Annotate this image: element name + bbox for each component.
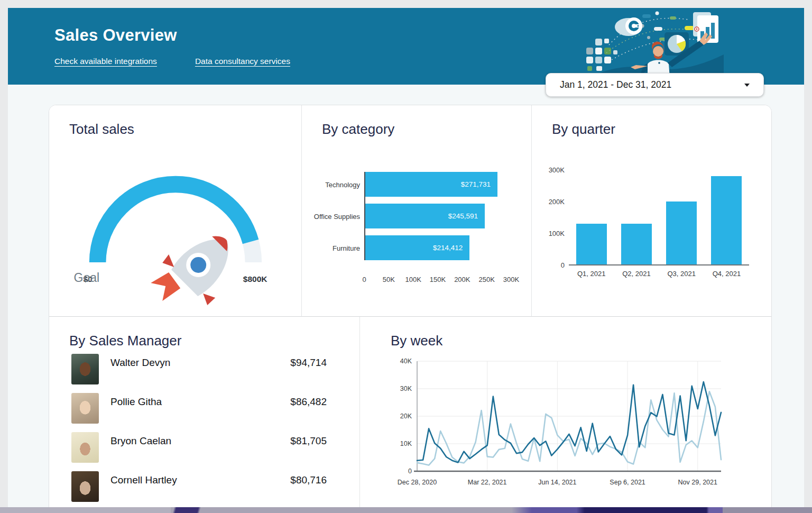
y-axis-tick: 200K: [532, 198, 565, 206]
card-title-by-category: By category: [322, 121, 394, 138]
svg-text:Nov 29, 2021: Nov 29, 2021: [678, 479, 717, 486]
quarter-bar: [711, 176, 742, 264]
manager-row: Bryon Caelan$81,705: [71, 432, 327, 471]
category-bar: $214,412: [365, 235, 469, 260]
category-bar-row: Furniture$214,412: [365, 235, 511, 260]
manager-row: Cornell Hartley$80,716: [71, 471, 327, 510]
manager-name: Bryon Caelan: [110, 432, 171, 447]
avatar-photo: [71, 354, 99, 384]
svg-text:0: 0: [408, 468, 412, 475]
manager-row: Walter Devyn$94,714: [71, 354, 327, 393]
quarter-bar-slot: [569, 224, 614, 264]
quarter-bar: [621, 224, 652, 264]
category-bar-row: Office Supplies$245,591: [365, 204, 511, 228]
connector-logo-icon: [615, 17, 642, 36]
dashboard-window: Sales Overview Check available integrati…: [8, 8, 804, 513]
card-title-by-sales-manager: By Sales Manager: [69, 333, 181, 349]
x-axis-tick: 300K: [503, 276, 519, 283]
manager-value: $86,482: [290, 393, 327, 408]
quarter-bar-slot: [614, 224, 659, 264]
card-total-sales: Total sales Goal: [49, 105, 302, 317]
svg-text:40K: 40K: [400, 358, 412, 365]
manager-row: Pollie Githa$86,482: [71, 393, 327, 432]
x-axis-tick: Q4, 2021: [704, 270, 749, 278]
date-range-value: Jan 1, 2021 - Dec 31, 2021: [560, 79, 671, 90]
category-label: Furniture: [302, 244, 360, 252]
sales-manager-list: Walter Devyn$94,714Pollie Githa$86,482Br…: [71, 354, 327, 510]
link-data-consultancy[interactable]: Data consultancy services: [195, 57, 290, 66]
x-axis-tick: 150K: [430, 276, 446, 283]
category-bar: $271,731: [365, 172, 497, 197]
category-bar-value: $271,731: [461, 180, 491, 188]
category-label: Technology: [302, 180, 360, 188]
y-axis-tick: 0: [532, 261, 565, 269]
category-bar: $245,591: [365, 204, 485, 228]
x-axis-tick: 0: [362, 276, 366, 283]
goal-label: Goal: [74, 271, 100, 285]
taskbar-strip: [0, 507, 812, 513]
manager-name: Pollie Githa: [110, 393, 162, 408]
rocket-icon: [103, 225, 276, 331]
x-axis-tick: Q3, 2021: [659, 270, 704, 278]
svg-text:Mar 22, 2021: Mar 22, 2021: [468, 479, 507, 486]
svg-text:30K: 30K: [400, 385, 412, 392]
card-title-by-week: By week: [391, 333, 442, 349]
category-bar-value: $214,412: [433, 244, 463, 252]
y-axis-tick: 300K: [532, 166, 565, 174]
link-check-integrations[interactable]: Check available integrations: [54, 57, 157, 66]
manager-value: $94,714: [290, 354, 327, 369]
category-bar-row: Technology$271,731: [365, 172, 511, 197]
x-axis-tick: Q2, 2021: [614, 270, 659, 278]
x-axis-tick: 250K: [478, 276, 494, 283]
x-axis-tick: Q1, 2021: [569, 270, 614, 278]
svg-text:Jun 14, 2021: Jun 14, 2021: [538, 479, 576, 486]
quarter-bar: [576, 224, 607, 264]
quarter-bar: [666, 201, 697, 264]
by-category-x-axis: 050K100K150K200K250K300K: [364, 272, 511, 284]
avatar-photo: [71, 393, 99, 424]
quarter-x-labels: Q1, 2021Q2, 2021Q3, 2021Q4, 2021: [569, 270, 749, 278]
avatar-photo: [71, 432, 99, 463]
svg-text:Sep 6, 2021: Sep 6, 2021: [610, 479, 645, 486]
cards-grid: Total sales Goal: [49, 105, 772, 513]
squares-grid-icon: [586, 39, 617, 71]
by-category-chart: Technology$271,731Office Supplies$245,59…: [364, 172, 511, 260]
avatar-photo: [71, 471, 99, 502]
date-range-picker[interactable]: Jan 1, 2021 - Dec 31, 2021: [546, 73, 764, 97]
svg-text:10K: 10K: [400, 440, 412, 447]
card-title-by-quarter: By quarter: [552, 121, 615, 138]
header-links: Check available integrations Data consul…: [54, 57, 290, 66]
quarter-bar-slot: [659, 201, 704, 264]
y-axis-tick: 100K: [532, 230, 565, 237]
category-label: Office Supplies: [302, 212, 360, 220]
page-title: Sales Overview: [54, 26, 177, 45]
manager-name: Walter Devyn: [110, 354, 170, 369]
card-title-total-sales: Total sales: [69, 121, 134, 138]
quarter-bar-slot: [704, 176, 749, 264]
card-by-week: By week 010K20K30K40KDec 28, 2020Mar 22,…: [360, 317, 771, 513]
svg-text:20K: 20K: [400, 413, 412, 420]
svg-text:Dec 28, 2020: Dec 28, 2020: [398, 479, 437, 486]
card-by-quarter: By quarter 0100K200K300KQ1, 2021Q2, 2021…: [532, 105, 771, 317]
by-quarter-chart: 0100K200K300KQ1, 2021Q2, 2021Q3, 2021Q4,…: [532, 170, 756, 285]
x-axis-tick: 200K: [454, 276, 470, 283]
line-series-dark: [417, 382, 721, 462]
manager-value: $81,705: [290, 432, 327, 447]
card-by-sales-manager: By Sales Manager Walter Devyn$94,714Poll…: [49, 317, 360, 513]
card-by-category: By category Technology$271,731Office Sup…: [302, 105, 532, 317]
manager-name: Cornell Hartley: [110, 471, 177, 486]
category-bar-value: $245,591: [448, 212, 478, 220]
manager-value: $80,716: [290, 471, 327, 486]
by-week-chart: 010K20K30K40KDec 28, 2020Mar 22, 2021Jun…: [364, 357, 734, 489]
quarter-plot: [569, 170, 749, 265]
total-sales-gauge: Goal $731,733 $0: [74, 168, 277, 284]
x-axis-tick: 50K: [383, 276, 395, 283]
caret-down-icon: [744, 84, 750, 87]
data-integration-illustration: [580, 8, 724, 78]
x-axis-tick: 100K: [405, 276, 421, 283]
